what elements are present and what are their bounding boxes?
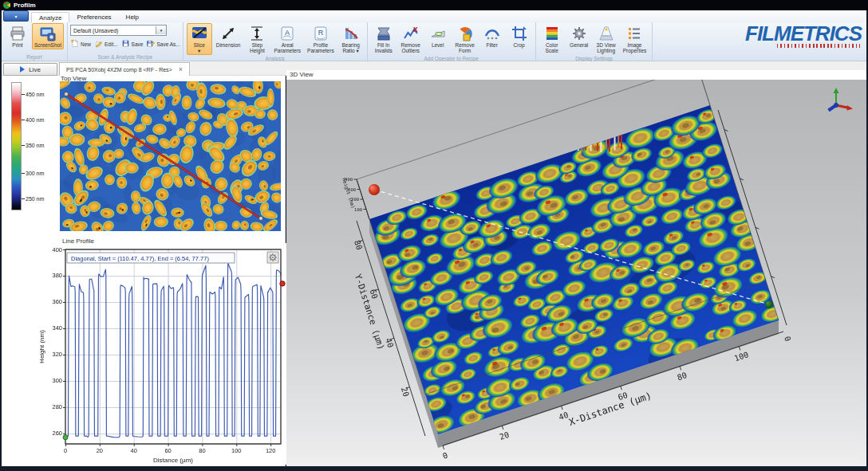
- svg-text:A: A: [285, 29, 290, 37]
- image-properties-button[interactable]: Image Properties: [621, 23, 649, 55]
- color-scale-button[interactable]: Color Scale: [539, 23, 565, 55]
- button-label: Save As...: [156, 41, 180, 47]
- remove-form-icon: [456, 25, 474, 42]
- button-label: Remove Form: [456, 42, 475, 53]
- ribbon-group-display-settings: Color ScaleGeneral3D View LightingImage …: [536, 22, 653, 61]
- button-label: General: [570, 42, 588, 48]
- bearing-ratio-icon: [342, 25, 360, 42]
- general-button[interactable]: General: [566, 23, 592, 49]
- bearing-ratio-button[interactable]: Bearing Ratio ▾: [338, 23, 364, 55]
- crop-button[interactable]: Crop: [507, 23, 532, 49]
- window-title: Profilm: [14, 2, 36, 9]
- printer-icon: [9, 25, 26, 42]
- color-scale-tick: 300 nm: [22, 171, 44, 176]
- fill-in-invalids-button[interactable]: Fill In Invalids: [371, 23, 397, 55]
- close-icon[interactable]: ×: [179, 66, 183, 73]
- color-scale-tick: 350 nm: [22, 143, 44, 148]
- crop-icon: [511, 25, 528, 42]
- button-label: ScreenShot: [34, 42, 61, 48]
- button-label: Print: [12, 42, 22, 48]
- filter-button[interactable]: Filter: [479, 23, 505, 49]
- button-label: Image Properties: [623, 42, 647, 53]
- ribbon-group-analysis: Slice ▾DimensionStep HeightAAreal Parame…: [183, 22, 368, 61]
- top-view-image[interactable]: [60, 81, 281, 231]
- menu-tab-help[interactable]: Help: [119, 12, 146, 22]
- live-button[interactable]: Live: [3, 63, 57, 76]
- 3d-surface-view[interactable]: [286, 80, 866, 466]
- button-label: Crop: [514, 42, 525, 48]
- new-recipe-icon: [70, 39, 79, 49]
- 3d-view-title: 3D View: [290, 71, 314, 78]
- screenshot-icon: [39, 25, 57, 42]
- button-label: Level: [432, 42, 444, 48]
- color-scale-icon: [543, 25, 561, 42]
- title-bar: Profilm: [0, 0, 868, 10]
- ribbon-toolbar: PrintScreenShotReportDefault (Unsaved)▾N…: [2, 22, 866, 61]
- areal-parameters-button[interactable]: AAreal Parameters: [271, 23, 303, 55]
- lighting-icon: [598, 25, 615, 42]
- line-profile-chart[interactable]: [37, 243, 290, 465]
- menu-tab-preferences[interactable]: Preferences: [69, 12, 118, 22]
- recipe-combobox[interactable]: Default (Unsaved)▾: [70, 25, 167, 36]
- ribbon-group-scan-analysis-recipe: Default (Unsaved)▾NewEdit...SaveSave As.…: [68, 22, 183, 61]
- new-button[interactable]: New: [70, 39, 91, 49]
- button-label: Save: [132, 41, 144, 47]
- profile-parameters-button[interactable]: RProfile Parameters: [305, 23, 337, 55]
- step-height-icon: [248, 25, 266, 42]
- slice-button[interactable]: Slice ▾: [187, 23, 212, 55]
- application-menu-button[interactable]: ▾: [3, 10, 29, 22]
- analysis-panel: 450 nm400 nm350 nm300 nm250 nm Top View …: [2, 76, 286, 466]
- remove-outliers-button[interactable]: xRemove Outliers: [398, 23, 424, 55]
- save-icon: [121, 39, 130, 49]
- slice-icon: [191, 25, 208, 42]
- button-label: Filter: [486, 42, 497, 48]
- save-as-button[interactable]: Save As...: [146, 39, 180, 49]
- image-properties-icon: [625, 25, 643, 42]
- edit-button[interactable]: Edit...: [94, 39, 118, 49]
- app-icon: [3, 2, 10, 9]
- save-button[interactable]: Save: [121, 39, 144, 49]
- ribbon-group-add-operator-to-recipe: Fill In InvalidsxRemove OutliersLevelRem…: [368, 22, 536, 61]
- menu-bar: ▾ AnalyzePreferencesHelp: [2, 10, 866, 22]
- recipe-combobox-value: Default (Unsaved): [73, 28, 118, 33]
- button-label: Slice ▾: [194, 42, 205, 53]
- svg-text:R: R: [318, 29, 324, 37]
- profilm-app: { "window": {"title": "Profilm"}, "icons…: [0, 0, 868, 471]
- ribbon-group-report: PrintScreenShotReport: [2, 22, 68, 61]
- color-scale-bar: [11, 82, 22, 210]
- color-scale-tick: 450 nm: [22, 92, 44, 97]
- filmetrics-logo: FILMETRICS: [745, 24, 862, 48]
- general-settings-icon: [570, 25, 588, 42]
- profile-parameters-icon: R: [312, 25, 329, 42]
- 3d-view-panel: 3D View: [286, 70, 866, 466]
- screenshot-button[interactable]: ScreenShot: [32, 23, 64, 49]
- remove-form-button[interactable]: Remove Form: [452, 23, 478, 55]
- ribbon-group-label: Scan & Analysis Recipe: [70, 53, 180, 61]
- level-button[interactable]: Level: [425, 23, 451, 49]
- button-label: New: [81, 41, 91, 47]
- print-button[interactable]: Print: [5, 23, 30, 49]
- button-label: Dimension: [216, 42, 241, 48]
- fill-invalids-icon: [375, 25, 393, 42]
- 3d-view-lighting-button[interactable]: 3D View Lighting: [594, 23, 619, 55]
- areal-parameters-icon: A: [278, 25, 296, 42]
- svg-text:x: x: [413, 25, 418, 33]
- ribbon-group-label: Report: [4, 53, 65, 61]
- edit-recipe-icon: [94, 39, 103, 49]
- chevron-down-icon: ▾: [14, 14, 17, 19]
- step-height-button[interactable]: Step Height: [244, 23, 270, 55]
- filter-icon: [483, 25, 501, 42]
- button-label: Areal Parameters: [274, 42, 301, 53]
- live-button-label: Live: [29, 66, 41, 73]
- menu-tab-analyze[interactable]: Analyze: [31, 12, 69, 22]
- color-scale-tick: 400 nm: [22, 117, 44, 123]
- button-label: Step Height: [250, 42, 265, 53]
- button-label: 3D View Lighting: [597, 42, 616, 53]
- dimension-button[interactable]: Dimension: [214, 23, 243, 49]
- color-scale-legend: 450 nm400 nm350 nm300 nm250 nm: [11, 82, 57, 218]
- orientation-axes-icon[interactable]: [819, 86, 854, 116]
- button-label: Color Scale: [546, 42, 558, 53]
- chevron-down-icon[interactable]: ▾: [156, 26, 166, 34]
- level-icon: [429, 25, 447, 42]
- save-as-icon: [146, 39, 155, 49]
